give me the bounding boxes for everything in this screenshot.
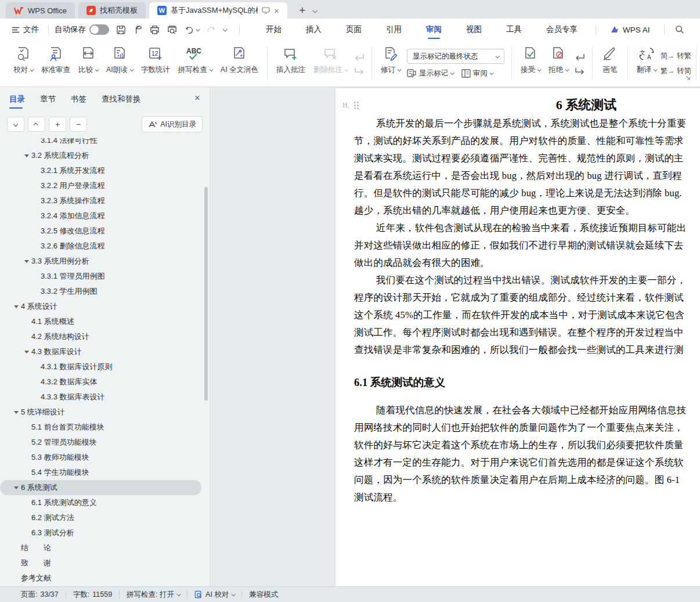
close-sidebar-icon[interactable]: × — [194, 93, 200, 103]
toc-item[interactable]: 3.1.4 法律可行性 — [0, 138, 201, 148]
toc-item[interactable]: 3.3.2 学生用例图 — [0, 284, 201, 299]
drag-handle-icon[interactable] — [354, 102, 359, 109]
doc-line[interactable]: 越少，系统出错的几率就越低，用户使用起来也更方便、更安全。 — [354, 202, 700, 219]
insert-comment-button[interactable]: 插入批注 — [272, 44, 309, 84]
review-pane-button[interactable]: 审阅 — [461, 69, 493, 78]
next-comment-icon[interactable] — [354, 67, 365, 75]
collapse-arrow-icon[interactable] — [22, 351, 31, 354]
delete-comment-button[interactable]: 删除批注 — [309, 44, 352, 84]
page-indicator[interactable]: 页面: 33/37 — [8, 590, 66, 600]
compare-button[interactable]: 比较 — [74, 44, 102, 84]
ai-recognize-toc-button[interactable]: AI识别目录 — [142, 116, 203, 132]
doc-heading-1[interactable]: 6 系统测试 — [354, 95, 700, 115]
menu-tab[interactable]: 引用 — [374, 19, 414, 41]
doc-line[interactable]: 并对这些错误做出相应的修正，假如我们不进行早期的测试错误就会延续下去 — [354, 237, 700, 254]
expand-all-button[interactable] — [28, 117, 45, 132]
doc-line[interactable]: 问题，因为一个系统的软件质量决定着用户在后期上成本经济的问题。图 6-1 — [354, 471, 700, 489]
doc-line[interactable]: 这个系统 45%的工作量，而在软件开发的成本当中，对于测试成本来说它包含 — [354, 307, 700, 324]
toc-item[interactable]: 3.2.3 系统操作流程 — [0, 193, 201, 208]
toc-item[interactable]: 3.3 系统用例分析 — [0, 254, 201, 269]
previous-change-icon[interactable] — [575, 53, 585, 61]
expand-level-button[interactable]: + — [49, 117, 66, 132]
document-page[interactable]: H₁ 6 系统测试系统开发的最后一个步骤就是系统测试，系统测试也是整个系统十分重… — [335, 88, 700, 586]
collapse-arrow-icon[interactable] — [22, 154, 31, 157]
track-changes-button[interactable]: 修订 — [377, 44, 405, 84]
spell-check-button[interactable]: ABC 拼写检查 — [174, 44, 217, 84]
menu-tab[interactable]: 页面 — [334, 19, 374, 41]
doc-line[interactable]: 测试工作。每个程序测试时都会出现和遇到错误。在整个程序的开发过程当中 — [354, 324, 700, 341]
tab-docer[interactable]: 找稻壳模板 — [78, 2, 146, 19]
tab-wps-office[interactable]: WPS Office — [6, 2, 75, 19]
doc-line[interactable]: 测试来实现。测试过程要必须遵循严谨性、完善性、规范性的原则，测试的主 — [354, 150, 700, 167]
doc-line[interactable]: 用网络技术的同时人们也开始把软件的质量问题作为了一个重要焦点来关注， — [354, 419, 700, 437]
sidebar-scrollbar[interactable] — [204, 187, 208, 401]
toc-item[interactable]: 3.2.4 添加信息流程 — [0, 208, 201, 224]
show-markup-button[interactable]: 显示标记 — [407, 69, 453, 78]
new-tab-button[interactable]: + — [295, 3, 309, 17]
toc-item[interactable]: 6.2 测试方法 — [0, 510, 201, 525]
toc-item[interactable]: 4.2 系统结构设计 — [0, 329, 201, 344]
print-icon[interactable] — [150, 25, 160, 35]
heading-handle[interactable]: H₁ — [342, 101, 359, 110]
to-traditional-button[interactable]: 简→ 转繁 — [661, 51, 691, 61]
doc-line[interactable]: 行。但是软件的测试只能尽可能的减少 bug，理论上来说是无法达到消除 bug. — [354, 185, 700, 202]
sidebar-tab[interactable]: 章节 — [40, 87, 56, 111]
toc-item[interactable]: 5.3 教师功能模块 — [0, 450, 201, 465]
markup-state-select[interactable]: 显示标记的最终状态 — [407, 49, 504, 64]
close-tab-icon[interactable]: × — [274, 6, 279, 15]
print-preview-icon[interactable] — [167, 25, 178, 35]
collapse-arrow-icon[interactable] — [12, 486, 21, 489]
toc-item[interactable]: 3.2.6 删除信息流程 — [0, 239, 201, 254]
translate-button[interactable]: 文A 翻译 — [633, 44, 661, 84]
proofread-button[interactable]: 校对 — [9, 44, 37, 84]
doc-line[interactable]: 测试流程。 — [354, 489, 700, 506]
menu-tab[interactable]: 开始 — [254, 19, 294, 41]
collapse-arrow-icon[interactable] — [22, 260, 31, 263]
group-expand-icon[interactable] — [685, 72, 690, 82]
menu-tab[interactable]: 审阅 — [414, 19, 454, 41]
collapse-arrow-icon[interactable] — [12, 411, 21, 414]
toc-item[interactable]: 4.3 数据库设计 — [0, 344, 201, 359]
search-icon[interactable] — [675, 25, 684, 34]
next-change-icon[interactable] — [575, 67, 585, 75]
export-pdf-icon[interactable] — [133, 25, 142, 35]
autosave-toggle[interactable] — [89, 24, 109, 35]
collapse-arrow-icon[interactable] — [12, 305, 21, 308]
doc-line[interactable]: 节，测试的好坏关系到产品的发展。用户对软件的质量、性能和可靠性等需求 — [354, 132, 700, 150]
toc-item[interactable]: 6.3 测试分析 — [0, 525, 201, 540]
doc-line[interactable]: 系统开发的最后一个步骤就是系统测试，系统测试也是整个系统十分重要 — [354, 115, 700, 132]
brush-button[interactable]: 画笔 — [597, 44, 623, 84]
doc-line[interactable]: 我们要在这个测试的过程当中找出错误。测试成软件开发的主要一部分， — [354, 272, 700, 289]
toc-item[interactable]: 结 论 — [0, 540, 201, 556]
doc-line[interactable]: 程序的设计那天开始，它就成为了重要的组成部分。经过统计来看，软件测试 — [354, 289, 700, 307]
wps-ai-button[interactable]: WPS AI — [602, 26, 658, 34]
toc-item[interactable]: 3.2.5 修改信息流程 — [0, 224, 201, 239]
toc-item[interactable]: 参考文献 — [0, 571, 201, 586]
toc-item[interactable]: 致 谢 — [0, 556, 201, 571]
menu-tab[interactable]: 视图 — [454, 19, 494, 41]
doc-line[interactable]: 做出的成品就会有很大的困难。 — [354, 254, 700, 272]
doc-line[interactable]: 软件的好与坏它决定着这个系统在市场上的生存，所以我们必须要把软件质量 — [354, 437, 700, 454]
doc-line[interactable]: 随着现代信息的快速发展，在社会各大领域中已经都开始应用网络信息技 — [354, 402, 700, 419]
menu-tab[interactable]: 会员专享 — [534, 19, 590, 41]
toc-item[interactable]: 6.1 系统测试的意义 — [0, 495, 201, 510]
doc-line[interactable]: 查找错误是非常复杂和困难的，所以我们一般都会找一些测试的工具来进行测 — [354, 341, 700, 359]
collapse-all-button[interactable] — [7, 117, 24, 132]
sidebar-tab[interactable]: 查找和替换 — [102, 87, 141, 111]
file-menu-button[interactable]: 文件 — [8, 24, 42, 35]
toc-item[interactable]: 5 统详细设计 — [0, 405, 201, 420]
toc-item[interactable]: 3.2.1 系统开发流程 — [0, 163, 201, 178]
toc-item[interactable]: 4.3.3 数据库表设计 — [0, 390, 201, 405]
ai-polish-button[interactable]: AI 全文润色 — [217, 44, 262, 84]
toc-item[interactable]: 5.1 前台首页功能模块 — [0, 420, 201, 435]
toc-item[interactable]: 3.2.2 用户登录流程 — [0, 178, 201, 193]
doc-heading-2[interactable]: 6.1 系统测试的意义 — [354, 374, 700, 391]
sidebar-tab[interactable]: 目录 — [9, 87, 25, 111]
screen-share-icon[interactable] — [262, 7, 270, 14]
word-count-button[interactable]: 12 字数统计 — [137, 44, 174, 84]
save-icon[interactable] — [116, 25, 126, 35]
doc-line[interactable]: 是看看在系统运行中，是否会出现 bug，然后对出现的 bug 进行调试，直到程 — [354, 167, 700, 185]
doc-line[interactable]: 这样才有一定的生存能力。对于用户来说它们首先选用的都是保证这个系统软 — [354, 454, 700, 471]
reject-button[interactable]: 拒绝 — [544, 44, 572, 84]
ai-proofread-status[interactable]: AI 校对 — [187, 590, 241, 600]
